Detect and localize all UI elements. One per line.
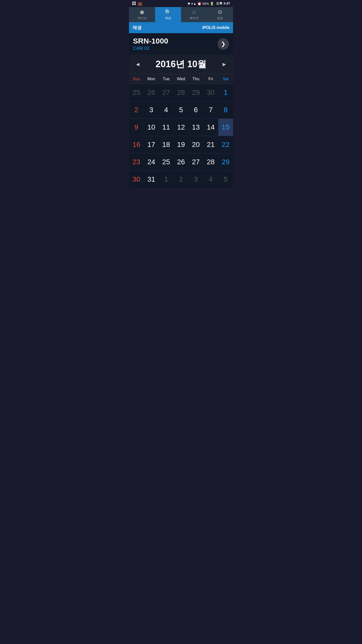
cam-name: CAM 02: [133, 46, 168, 51]
cal-cell-4-5[interactable]: 28: [203, 153, 218, 171]
cal-cell-2-5[interactable]: 14: [203, 119, 218, 136]
next-button[interactable]: ❯: [217, 38, 229, 50]
day-header-thu: Thu: [189, 74, 203, 84]
calendar-nav: ◄ 2016년 10월 ►: [129, 55, 233, 74]
cal-cell-5-3[interactable]: 2: [173, 171, 188, 188]
tab-settings[interactable]: ⚙ 설정: [207, 7, 233, 22]
cal-cell-0-1[interactable]: 26: [144, 84, 159, 101]
cal-cell-4-4[interactable]: 27: [189, 153, 203, 171]
cal-cell-1-2[interactable]: 4: [159, 101, 173, 118]
day-header-wed: Wed: [173, 74, 188, 84]
cal-cell-0-3[interactable]: 28: [173, 84, 188, 101]
bookmark-icon: ☆: [192, 9, 197, 16]
photo-icon: 🖼: [132, 1, 136, 6]
tab-play[interactable]: 🔍 재생: [155, 7, 181, 22]
calendar-row-3: 16171819202122: [129, 136, 233, 153]
calendar-row-4: 23242526272829: [129, 153, 233, 171]
cal-cell-3-2[interactable]: 18: [159, 136, 173, 153]
cal-cell-2-2[interactable]: 11: [159, 119, 173, 136]
bluetooth-icon: ✱: [188, 2, 190, 6]
status-left-icons: 🖼 💼: [132, 1, 143, 6]
prev-month-button[interactable]: ◄: [132, 60, 144, 69]
cal-cell-0-4[interactable]: 29: [189, 84, 203, 101]
cal-cell-3-0[interactable]: 16: [129, 136, 144, 153]
page-title: 재생: [132, 25, 142, 31]
day-header-tue: Tue: [159, 74, 173, 84]
cal-cell-2-0[interactable]: 9: [129, 119, 144, 136]
cal-cell-3-3[interactable]: 19: [173, 136, 188, 153]
calendar-row-5: 303112345: [129, 171, 233, 188]
calendar-grid: Sun Mon Tue Wed Thu Fri Sat 252627282930…: [129, 74, 233, 188]
month-title: 2016년 10월: [156, 58, 206, 70]
cal-cell-5-2[interactable]: 1: [159, 171, 173, 188]
cal-cell-5-4[interactable]: 3: [189, 171, 203, 188]
tab-live[interactable]: ⏺ 라이브: [129, 7, 155, 22]
cal-cell-2-1[interactable]: 10: [144, 119, 159, 136]
cal-cell-4-2[interactable]: 25: [159, 153, 173, 171]
day-header-mon: Mon: [144, 74, 159, 84]
cal-cell-1-1[interactable]: 3: [144, 101, 159, 118]
cal-cell-4-3[interactable]: 26: [173, 153, 188, 171]
wifi-icon: ▾▲: [191, 2, 196, 6]
time-display: 오후 3:47: [216, 1, 230, 6]
tab-bookmark-label: 북마크: [190, 16, 199, 20]
cal-cell-0-2[interactable]: 27: [159, 84, 173, 101]
calendar-section: ◄ 2016년 10월 ► Sun Mon Tue Wed Thu Fri Sa…: [129, 55, 233, 188]
cal-cell-5-6[interactable]: 5: [218, 171, 233, 188]
cal-cell-1-5[interactable]: 7: [203, 101, 218, 118]
status-bar: 🖼 💼 ✱ ▾▲ ⏰ 96% 🔋 오후 3:47: [129, 0, 233, 7]
tab-bookmark[interactable]: ☆ 북마크: [181, 7, 207, 22]
status-right-icons: ✱ ▾▲ ⏰ 96% 🔋 오후 3:47: [188, 1, 230, 6]
tab-settings-label: 설정: [217, 16, 223, 20]
device-section: SRN-1000 CAM 02 ❯: [129, 33, 233, 55]
calendar-row-2: 9101112131415: [129, 118, 233, 136]
device-info: SRN-1000 CAM 02: [133, 37, 168, 51]
cal-cell-3-5[interactable]: 21: [203, 136, 218, 153]
cal-cell-2-4[interactable]: 13: [189, 119, 203, 136]
alarm-icon: ⏰: [197, 2, 201, 6]
calendar-rows: 2526272829301234567891011121314151617181…: [129, 84, 233, 188]
calendar-row-1: 2345678: [129, 101, 233, 118]
settings-icon: ⚙: [217, 9, 222, 16]
cal-cell-2-3[interactable]: 12: [173, 119, 188, 136]
tab-bar: ⏺ 라이브 🔍 재생 ☆ 북마크 ⚙ 설정: [129, 7, 233, 22]
cal-cell-4-6[interactable]: 29: [218, 153, 233, 171]
briefcase-icon: 💼: [138, 1, 143, 6]
header-bar: 재생 iPOLiS mobile: [129, 22, 233, 33]
battery-icon: 🔋: [210, 2, 214, 6]
cal-cell-1-4[interactable]: 6: [189, 101, 203, 118]
brand-name: iPOLiS mobile: [202, 25, 230, 30]
day-header-fri: Fri: [203, 74, 218, 84]
cal-cell-5-5[interactable]: 4: [203, 171, 218, 188]
day-header-sat: Sat: [218, 74, 233, 84]
day-headers: Sun Mon Tue Wed Thu Fri Sat: [129, 74, 233, 84]
cal-cell-0-6[interactable]: 1: [218, 84, 233, 101]
cal-cell-1-3[interactable]: 5: [173, 101, 188, 118]
calendar-row-0: 2526272829301: [129, 84, 233, 101]
cal-cell-5-0[interactable]: 30: [129, 171, 144, 188]
cal-cell-3-1[interactable]: 17: [144, 136, 159, 153]
battery-percent: 96%: [202, 2, 209, 6]
cal-cell-5-1[interactable]: 31: [144, 171, 159, 188]
cal-cell-0-0[interactable]: 25: [129, 84, 144, 101]
cal-cell-0-5[interactable]: 30: [203, 84, 218, 101]
device-name: SRN-1000: [133, 37, 168, 45]
tab-live-label: 라이브: [138, 16, 147, 20]
cal-cell-2-6[interactable]: 15: [218, 119, 233, 136]
cal-cell-3-4[interactable]: 20: [189, 136, 203, 153]
cal-cell-1-0[interactable]: 2: [129, 101, 144, 118]
live-icon: ⏺: [139, 9, 145, 16]
cal-cell-1-6[interactable]: 8: [218, 101, 233, 118]
search-icon: 🔍: [165, 9, 171, 16]
cal-cell-3-6[interactable]: 22: [218, 136, 233, 153]
next-month-button[interactable]: ►: [218, 60, 230, 69]
tab-play-label: 재생: [165, 16, 171, 20]
day-header-sun: Sun: [129, 74, 144, 84]
cal-cell-4-0[interactable]: 23: [129, 153, 144, 171]
cal-cell-4-1[interactable]: 24: [144, 153, 159, 171]
